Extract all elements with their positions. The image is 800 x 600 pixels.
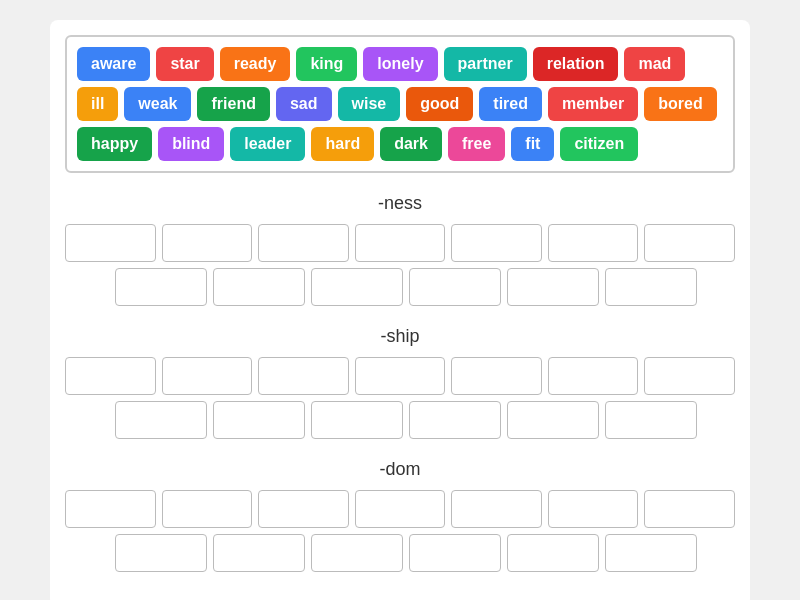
drop-rows (65, 490, 735, 572)
drop-box[interactable] (258, 357, 349, 395)
word-tile[interactable]: dark (380, 127, 442, 161)
drop-box[interactable] (409, 401, 501, 439)
drop-box[interactable] (451, 357, 542, 395)
word-tile[interactable]: relation (533, 47, 619, 81)
drop-box[interactable] (162, 224, 253, 262)
drop-box[interactable] (162, 357, 253, 395)
drop-box[interactable] (311, 401, 403, 439)
drop-box[interactable] (644, 490, 735, 528)
drop-row (65, 490, 735, 528)
word-tile[interactable]: blind (158, 127, 224, 161)
drop-box[interactable] (548, 490, 639, 528)
drop-box[interactable] (65, 357, 156, 395)
word-tile[interactable]: bored (644, 87, 716, 121)
word-tile[interactable]: friend (197, 87, 269, 121)
word-tile[interactable]: mad (624, 47, 685, 81)
drop-box[interactable] (258, 490, 349, 528)
word-tile[interactable]: star (156, 47, 213, 81)
word-tile[interactable]: citizen (560, 127, 638, 161)
drop-box[interactable] (451, 490, 542, 528)
drop-box[interactable] (507, 401, 599, 439)
section-title: -ness (65, 193, 735, 214)
main-container: awarestarreadykinglonelypartnerrelationm… (50, 20, 750, 600)
word-tile[interactable]: member (548, 87, 638, 121)
drop-box[interactable] (311, 534, 403, 572)
word-tile[interactable]: aware (77, 47, 150, 81)
drop-box[interactable] (605, 401, 697, 439)
word-tile[interactable]: weak (124, 87, 191, 121)
drop-box[interactable] (355, 490, 446, 528)
drop-box[interactable] (65, 224, 156, 262)
drop-rows (65, 357, 735, 439)
word-tile[interactable]: leader (230, 127, 305, 161)
word-tile[interactable]: partner (444, 47, 527, 81)
drop-box[interactable] (605, 268, 697, 306)
drop-box[interactable] (355, 224, 446, 262)
word-tile[interactable]: tired (479, 87, 542, 121)
word-bank: awarestarreadykinglonelypartnerrelationm… (65, 35, 735, 173)
drop-box[interactable] (115, 268, 207, 306)
word-tile[interactable]: fit (511, 127, 554, 161)
drop-box[interactable] (213, 401, 305, 439)
drop-box[interactable] (507, 534, 599, 572)
word-tile[interactable]: happy (77, 127, 152, 161)
word-tile[interactable]: hard (311, 127, 374, 161)
drop-row (65, 401, 735, 439)
sections-container: -ness-ship-dom (65, 193, 735, 572)
word-tile[interactable]: lonely (363, 47, 437, 81)
drop-box[interactable] (115, 534, 207, 572)
drop-row (65, 224, 735, 262)
drop-row (65, 357, 735, 395)
section: -ness (65, 193, 735, 306)
drop-box[interactable] (409, 268, 501, 306)
drop-box[interactable] (507, 268, 599, 306)
drop-box[interactable] (355, 357, 446, 395)
drop-box[interactable] (451, 224, 542, 262)
drop-rows (65, 224, 735, 306)
word-tile[interactable]: wise (338, 87, 401, 121)
drop-box[interactable] (548, 224, 639, 262)
word-tile[interactable]: free (448, 127, 505, 161)
drop-row (65, 268, 735, 306)
word-tile[interactable]: ready (220, 47, 291, 81)
word-tile[interactable]: sad (276, 87, 332, 121)
drop-box[interactable] (311, 268, 403, 306)
drop-box[interactable] (213, 268, 305, 306)
word-tile[interactable]: ill (77, 87, 118, 121)
drop-box[interactable] (548, 357, 639, 395)
word-tile[interactable]: good (406, 87, 473, 121)
drop-box[interactable] (115, 401, 207, 439)
word-tile[interactable]: king (296, 47, 357, 81)
section: -ship (65, 326, 735, 439)
drop-box[interactable] (605, 534, 697, 572)
drop-box[interactable] (258, 224, 349, 262)
section-title: -dom (65, 459, 735, 480)
section: -dom (65, 459, 735, 572)
drop-box[interactable] (65, 490, 156, 528)
drop-box[interactable] (409, 534, 501, 572)
drop-box[interactable] (644, 357, 735, 395)
drop-box[interactable] (162, 490, 253, 528)
drop-box[interactable] (213, 534, 305, 572)
section-title: -ship (65, 326, 735, 347)
drop-box[interactable] (644, 224, 735, 262)
drop-row (65, 534, 735, 572)
